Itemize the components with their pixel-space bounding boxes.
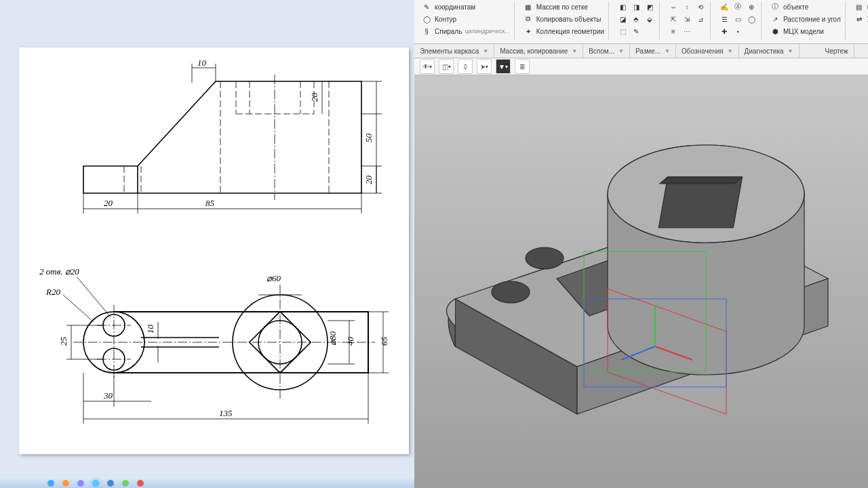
snap-toggle[interactable]: ⧲ (458, 59, 473, 74)
sheet-icon: ▤ (854, 1, 865, 12)
info-icon: ⓘ (770, 1, 781, 12)
cad-application: ✎координатам ◯Контур §Спираль цилиндриче… (414, 0, 868, 488)
taskbar-hint (0, 479, 414, 488)
dim-85: 85 (205, 198, 215, 208)
dim-20-base: 20 (363, 176, 374, 185)
ribbon-tab-labels: Элементы каркаса▼ Массив, копирование▼ В… (414, 44, 868, 58)
tab-drawing[interactable]: Чертеж (820, 44, 854, 58)
tool-icon[interactable]: ✎ (631, 26, 642, 37)
filter-icon: ▼ (498, 63, 505, 70)
dim-icon[interactable]: ↔ (668, 1, 679, 12)
btn-array-grid[interactable]: ▦Массив по сетке (523, 1, 604, 12)
ribbon-group-array: ▦Массив по сетке ⧉Копировать объекты ✦Ко… (519, 1, 609, 39)
tab-aux[interactable]: Вспом...▼ (583, 44, 630, 58)
dim-25: 25 (58, 337, 68, 346)
holes-note: 2 отв. ⌀20 (39, 266, 79, 277)
drawing-sheet: 20 50 20 10 (19, 47, 409, 454)
3d-viewport[interactable] (414, 75, 868, 488)
note-icon[interactable]: ⋆ (732, 26, 743, 37)
btn-by-model[interactable]: ▤по модели (854, 1, 868, 12)
tool-icon[interactable]: ⬘ (631, 14, 642, 24)
svg-marker-65 (660, 177, 743, 184)
btn-distance-angle[interactable]: ↗Расстояние и угол (770, 14, 841, 24)
filter-toggle[interactable]: ▼▾ (496, 59, 511, 74)
dim-135: 135 (219, 408, 233, 418)
dim-30: 30 (103, 390, 113, 401)
note-icon[interactable]: ✚ (719, 26, 730, 37)
ribbon-group-small-1: ◧◨◩ ◪⬘⬙ ⬚✎ (613, 1, 660, 39)
dim-20-left: 20 (104, 198, 113, 208)
note-icon[interactable]: Ⓐ (732, 1, 743, 12)
tab-annotations[interactable]: Обозначения▼ (676, 44, 739, 58)
btn-coordinates[interactable]: ✎координатам (421, 1, 510, 12)
btn-on-object[interactable]: ⓘобъекте (770, 1, 841, 12)
spiral-icon: § (421, 26, 432, 37)
measure-icon: ↗ (770, 14, 781, 24)
grid-icon: ▦ (523, 1, 534, 12)
dim-20-top: 20 (309, 93, 319, 102)
copy-icon: ⧉ (523, 14, 534, 24)
layers-toggle[interactable]: ≣ (515, 59, 530, 74)
viewport-toolbar: 👁▾ ◫▾ ⧲ ➤▾ ▼▾ ≣ (414, 58, 868, 75)
tab-frame-elements[interactable]: Элементы каркаса▼ (414, 44, 494, 58)
svg-marker-64 (658, 177, 742, 228)
dim-icon[interactable]: ⇲ (682, 14, 692, 24)
ribbon-group-drawing: ▤по модели ⇄Управление связанными ч... (850, 1, 868, 39)
btn-spiral[interactable]: §Спираль цилиндрическ... (421, 26, 510, 37)
vis-toggle[interactable]: 👁▾ (420, 59, 435, 74)
dim-icon[interactable]: ⇱ (668, 14, 679, 24)
btn-geometry-collection[interactable]: ✦Коллекция геометрии (523, 26, 604, 37)
btn-contour[interactable]: ◯Контур (421, 14, 510, 24)
tab-dimensions[interactable]: Разме...▼ (630, 44, 676, 58)
dim-icon[interactable]: ≡ (668, 26, 679, 37)
dim-icon[interactable]: ⊿ (695, 14, 706, 24)
dim-10-slot: 10 (145, 325, 155, 334)
mass-icon: ⬢ (770, 26, 781, 37)
svg-point-67 (492, 281, 530, 303)
ribbon-group-diagnostics: ⓘобъекте ↗Расстояние и угол ⬢МЦХ модели (766, 1, 846, 39)
dim-icon[interactable]: ↕ (682, 1, 692, 12)
link-icon: ⇄ (854, 14, 865, 24)
magnet-icon: ⧲ (464, 63, 467, 70)
btn-mass-props[interactable]: ⬢МЦХ модели (770, 26, 841, 37)
btn-manage-linked[interactable]: ⇄Управление связанными ч... (854, 14, 868, 24)
svg-line-41 (63, 295, 94, 322)
tool-icon[interactable]: ◧ (617, 1, 628, 12)
note-icon[interactable]: ✍ (719, 1, 730, 12)
dim-65: 65 (379, 337, 389, 346)
note-icon[interactable]: ◯ (746, 14, 757, 24)
note-icon[interactable]: ☰ (719, 14, 730, 24)
drawing-document-pane: 20 50 20 10 (0, 0, 414, 488)
dim-d80: ⌀80 (328, 331, 338, 346)
dim-40: 40 (345, 337, 355, 346)
tool-icon[interactable]: ◪ (617, 14, 628, 24)
collection-icon: ✦ (523, 26, 534, 37)
ribbon-group-frame: ✎координатам ◯Контур §Спираль цилиндриче… (417, 1, 515, 39)
ribbon-group-small-3: ✍Ⓐ⊕ ☰▭◯ ✚⋆ (715, 1, 762, 39)
dim-icon[interactable]: ⋯ (682, 26, 692, 37)
curve-icon: ✎ (421, 1, 432, 12)
tool-icon[interactable]: ◩ (644, 1, 655, 12)
tool-icon[interactable]: ⬙ (644, 14, 655, 24)
cursor-icon: ➤ (480, 63, 486, 70)
tab-diagnostics[interactable]: Диагностика▼ (739, 44, 800, 58)
ribbon-toolbar: ✎координатам ◯Контур §Спираль цилиндриче… (414, 0, 868, 44)
btn-copy-objects[interactable]: ⧉Копировать объекты (523, 14, 604, 24)
select-mode[interactable]: ➤▾ (477, 59, 492, 74)
svg-point-66 (526, 247, 564, 269)
note-icon[interactable]: ⊕ (746, 1, 757, 12)
shade-mode[interactable]: ◫▾ (439, 59, 454, 74)
chevron-down-icon: ▼ (483, 48, 488, 54)
tool-icon[interactable]: ⬚ (617, 26, 628, 37)
dim-d60: ⌀60 (267, 273, 281, 283)
dim-50: 50 (363, 134, 374, 143)
dim-icon[interactable]: ⟲ (695, 1, 706, 12)
tool-icon[interactable]: ◨ (631, 1, 642, 12)
ribbon-group-small-2: ↔↕⟲ ⇱⇲⊿ ≡⋯ (664, 1, 711, 39)
dim-10-top: 10 (197, 58, 207, 68)
dim-r20: R20 (45, 287, 60, 297)
cube-icon: ◫ (442, 63, 448, 70)
note-icon[interactable]: ▭ (732, 14, 743, 24)
layers-icon: ≣ (519, 63, 525, 70)
tab-array-copy[interactable]: Массив, копирование▼ (494, 44, 583, 58)
